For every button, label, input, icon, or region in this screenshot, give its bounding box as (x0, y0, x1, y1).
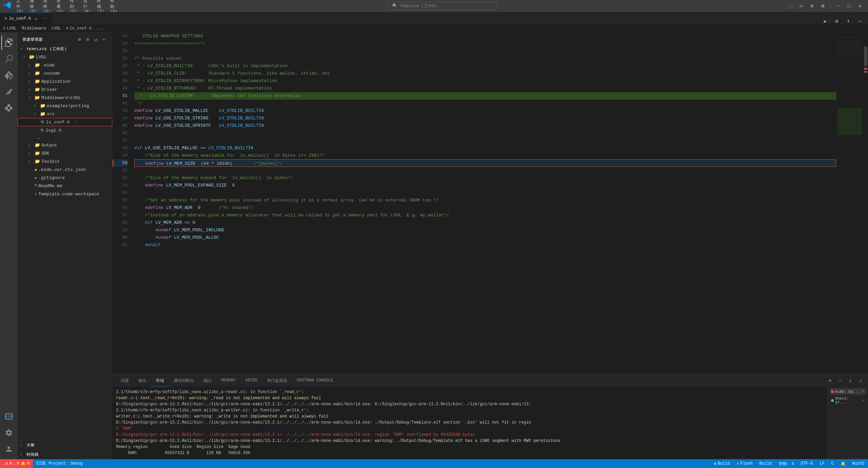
activity-settings[interactable] (1, 425, 16, 440)
statusbar-notifications-btn[interactable]: 🔔 (837, 459, 849, 468)
tree-item-lvgl[interactable]: ▾ 📂 LVGL (18, 53, 112, 61)
statusbar-line-col[interactable]: Build (756, 459, 775, 468)
run-btn[interactable]: ▶ (821, 18, 830, 24)
breadcrumb-item-3[interactable]: lv_conf.h (70, 26, 92, 31)
terminal-split-btn[interactable]: ⋯ (836, 377, 844, 385)
terminal-tab-problems[interactable]: 问题 (116, 375, 134, 387)
more-btn[interactable]: ⋯ (855, 18, 865, 24)
terminal-tab-serial[interactable]: 串行监视器 (262, 375, 292, 387)
code-line-55: /*Set an address for the memory pool ins… (134, 197, 836, 204)
code-content[interactable]: STDLIB WRAPPER SETTINGS ================… (132, 33, 836, 374)
workspace-label: TEMPLATE (工作区) (26, 46, 67, 52)
terminal-eide-item[interactable]: eide: bu... ✕ (830, 388, 866, 395)
terminal-up-btn[interactable]: ∧ (846, 377, 854, 385)
breadcrumb-item-4[interactable]: ... (97, 26, 104, 31)
tree-arrow-sdk: ▸ (28, 151, 33, 155)
tree-item-workspace-file[interactable]: ▸ ✗ Template.code-workspace (18, 190, 112, 198)
layout-grid-btn[interactable]: ⊞ (818, 3, 828, 9)
minimize-btn[interactable]: ─ (833, 3, 843, 9)
tree-item-src[interactable]: ▸ 📁 src (18, 110, 112, 118)
titlebar-search[interactable]: 🔍 Template (工作区) (388, 2, 496, 10)
statusbar-eol[interactable]: LF (816, 459, 828, 468)
breadcrumb-item-1[interactable]: Middleware (22, 26, 46, 31)
statusbar-encoding[interactable]: UTF-8 (797, 459, 816, 468)
tree-item-middleware[interactable]: ▾ 📂 Middleware\LVGL (18, 94, 112, 102)
code-editor[interactable]: 3334353637 3839404142 4344454647 4849505… (113, 33, 868, 374)
code-line-36: /* Possible values (134, 55, 836, 62)
tree-item-gitignore[interactable]: ▸ ◆ .gitignore (18, 174, 112, 182)
terminal-tab-port[interactable]: 端口 (199, 375, 216, 387)
terminal-tab-postman[interactable]: POSTMAN CONSOLE (292, 375, 338, 387)
activity-explorer[interactable] (1, 35, 16, 50)
layout-sidebar-btn[interactable]: ⬛ (786, 3, 795, 9)
terminal-add-btn[interactable]: ⊕ (826, 377, 834, 385)
statusbar-eide[interactable]: EIDE Project: Debug (33, 459, 86, 468)
debug-btn[interactable]: ⚙ (832, 18, 842, 24)
terminal-eide-close[interactable]: ✕ (862, 389, 865, 394)
tree-item-sdk[interactable]: ▸ 📁 SDK (18, 149, 112, 157)
tree-label-eide: .eide (41, 63, 55, 68)
tree-item-application[interactable]: ▸ 📁 Application (18, 77, 112, 85)
activitybar (0, 33, 18, 459)
tree-workspace-root[interactable]: ▾ TEMPLATE (工作区) (18, 45, 112, 53)
activity-run[interactable] (1, 84, 16, 99)
statusbar-git[interactable]: ⎇ 0 ⚠ 0 🔔 0 (0, 459, 33, 468)
code-line-53: #define LV_MEM_POOL_EXPAND_SIZE 0 (134, 182, 836, 189)
statusbar-spaces[interactable]: 空格: 4 (775, 459, 797, 468)
new-folder-btn[interactable]: ⊕ (84, 36, 91, 43)
refresh-btn[interactable]: ↺ (93, 36, 99, 43)
new-file-btn[interactable]: ⊕ (76, 36, 83, 43)
tree-arrow-toolkit: ▸ (28, 159, 33, 163)
terminal-tab-memory[interactable]: MEMORY (216, 375, 240, 387)
tree-arrow-src: ▸ (34, 112, 39, 116)
statusbar-right: ⚙ Build ⬇ Flash Build 空格: 4 UTF-8 LF C 🔔… (710, 459, 868, 468)
collapse-btn[interactable]: ⋯ (101, 36, 107, 43)
tree-item-output[interactable]: ▸ 📁 Output (18, 141, 112, 149)
close-btn[interactable]: ✕ (855, 3, 865, 9)
statusbar-os[interactable]: Win32 (849, 459, 868, 468)
statusbar-build[interactable]: ⚙ Build (710, 459, 733, 468)
tree-item-lvgl-h[interactable]: ▸ h lvgl.h (18, 126, 112, 134)
download-btn[interactable]: ⬇ (844, 18, 853, 24)
breadcrumb-item-0[interactable]: LVGL (7, 26, 17, 31)
statusbar-flash[interactable]: ⬇ Flash (733, 459, 756, 468)
tabbar: h lv_conf.h ✕ ← ▶ ⚙ ⬇ ⋯ (0, 12, 868, 25)
code-line-56: #define LV_MEM_ADR 0 /*0: unused*/ (134, 204, 836, 212)
breadcrumb-item-2[interactable]: LVGL (51, 26, 61, 31)
terminal-content[interactable]: 2.1/thumb/v7e-m+fp/softfp/libc_nano.a(li… (113, 387, 827, 459)
tree-item-eide[interactable]: ▸ 📁 .eide (18, 61, 112, 69)
activity-account[interactable] (1, 442, 16, 456)
tab-lv-conf-h[interactable]: h lv_conf.h ✕ ← (0, 13, 52, 24)
tab-close-btn[interactable]: ✕ (33, 16, 39, 22)
terminal-close-btn[interactable]: ✕ (856, 377, 865, 385)
layout-split-btn[interactable]: ⊟ (807, 3, 817, 9)
maximize-btn[interactable]: □ (844, 3, 854, 9)
activity-search[interactable] (1, 52, 16, 66)
statusbar-lang[interactable]: C (828, 459, 837, 468)
layout-panel-btn[interactable]: ▭ (796, 3, 806, 9)
timeline-section[interactable]: ▸ 时间线 (18, 450, 112, 459)
tree-item-eide-json[interactable]: ▸ ◆ .eide.usr.ctx.json (18, 165, 112, 174)
outline-section[interactable]: ▸ 大纲 (18, 440, 112, 450)
terminal-tab-xrtos[interactable]: XRTOS (240, 375, 262, 387)
activity-eide[interactable] (1, 409, 16, 424)
tree-label-readme: ReadMe.md (38, 183, 62, 189)
tree-item-driver[interactable]: ▸ 📁 Driver (18, 85, 112, 94)
terminal-shell-item[interactable]: Shell: ST... ✓ (830, 396, 866, 405)
line-numbers: 3334353637 3839404142 4344454647 4849505… (113, 33, 132, 374)
terminal-shell-check: ✓ (862, 398, 865, 403)
editor-scrollbar[interactable] (863, 33, 868, 374)
activity-extensions[interactable] (1, 100, 16, 115)
terminal-line-5: D:/Singlechip/gcc-arm-13.2.Rel1/bin/../l… (116, 420, 824, 426)
activity-git[interactable] (1, 68, 16, 83)
terminal-tab-terminal[interactable]: 终端 (151, 375, 169, 387)
tree-item-vscode[interactable]: ▸ 📁 .vscode (18, 69, 112, 77)
tree-item-toolkit[interactable]: ▸ 📁 Toolkit (18, 157, 112, 165)
tree-item-examples[interactable]: ▸ 📁 examples\porting (18, 102, 112, 110)
code-line-54 (134, 189, 836, 197)
terminal-tab-debug[interactable]: 调试控制台 (169, 375, 199, 387)
tree-item-readme[interactable]: ▸ M ReadMe.md (18, 182, 112, 190)
tree-item-lv-conf-h[interactable]: ▸ h lv_conf.h ← (18, 118, 112, 126)
terminal-tab-output[interactable]: 输出 (134, 375, 151, 387)
code-line-48: #if LV_USE_STDLIB_MALLOC == LV_STDLIB_BU… (134, 144, 836, 152)
